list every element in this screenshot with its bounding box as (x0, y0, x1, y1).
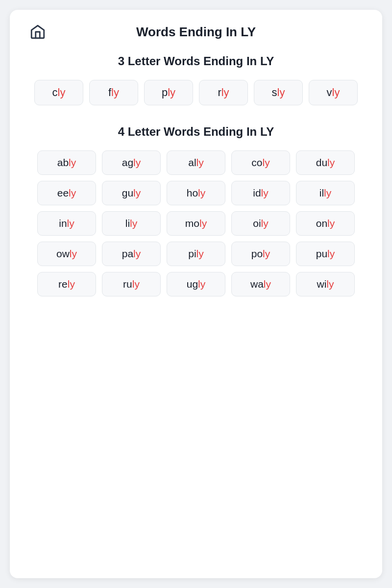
word-card[interactable]: pily (167, 242, 225, 266)
word-prefix: pi (188, 248, 196, 259)
sections-container: 3 Letter Words Ending In LYclyflyplyrlys… (29, 54, 363, 296)
word-card[interactable]: ally (167, 150, 225, 175)
section-title-4-letter: 4 Letter Words Ending In LY (29, 125, 363, 139)
word-card[interactable]: illy (296, 181, 355, 205)
words-grid-4-letter: ablyaglyallycolydulyeelygulyholyidlyilly… (29, 150, 363, 296)
word-card[interactable]: coly (231, 150, 290, 175)
word-suffix: ly (69, 187, 76, 198)
word-prefix: du (316, 157, 327, 168)
word-suffix: ly (332, 86, 340, 98)
section-title-3-letter: 3 Letter Words Ending In LY (29, 54, 363, 68)
word-card[interactable]: rely (37, 272, 96, 296)
word-prefix: p (162, 86, 168, 98)
word-suffix: ly (261, 218, 269, 229)
word-card[interactable]: ugly (167, 272, 225, 296)
word-suffix: ly (199, 218, 207, 229)
word-suffix: ly (327, 248, 335, 259)
word-prefix: pa (122, 248, 133, 259)
word-prefix: id (253, 187, 261, 198)
word-prefix: wi (317, 278, 326, 290)
word-prefix: ag (122, 157, 133, 168)
word-card[interactable]: ruly (102, 272, 161, 296)
word-prefix: ab (57, 157, 69, 168)
word-suffix: ly (327, 218, 335, 229)
section-3-letter: 3 Letter Words Ending In LYclyflyplyrlys… (29, 54, 363, 105)
word-card[interactable]: ply (144, 80, 193, 105)
word-card[interactable]: vly (309, 80, 358, 105)
word-suffix: ly (130, 218, 137, 229)
word-card[interactable]: ably (37, 150, 96, 175)
word-prefix: al (188, 157, 196, 168)
word-prefix: gu (122, 187, 133, 198)
word-suffix: ly (198, 278, 205, 290)
word-prefix: on (316, 218, 327, 229)
word-prefix: in (59, 218, 67, 229)
word-card[interactable]: idly (231, 181, 290, 205)
word-card[interactable]: inly (37, 211, 96, 236)
word-card[interactable]: holy (167, 181, 225, 205)
word-prefix: ee (57, 187, 69, 198)
section-4-letter: 4 Letter Words Ending In LYablyaglyallyc… (29, 125, 363, 296)
word-suffix: ly (261, 187, 269, 198)
words-grid-3-letter: clyflyplyrlyslyvly (29, 80, 363, 105)
word-card[interactable]: duly (296, 150, 355, 175)
word-card[interactable]: lily (102, 211, 161, 236)
word-prefix: ow (56, 248, 70, 259)
word-prefix: pu (316, 248, 327, 259)
word-prefix: ru (123, 278, 132, 290)
word-card[interactable]: poly (231, 242, 290, 266)
word-prefix: r (218, 86, 221, 98)
word-card[interactable]: wily (296, 272, 355, 296)
word-suffix: ly (324, 187, 331, 198)
word-prefix: mo (185, 218, 199, 229)
word-suffix: ly (133, 248, 141, 259)
word-suffix: ly (133, 157, 141, 168)
word-prefix: oi (253, 218, 261, 229)
word-prefix: ho (187, 187, 198, 198)
word-suffix: ly (70, 248, 77, 259)
word-card[interactable]: only (296, 211, 355, 236)
word-card[interactable]: eely (37, 181, 96, 205)
word-suffix: ly (168, 86, 175, 98)
word-prefix: po (251, 248, 263, 259)
word-card[interactable]: moly (167, 211, 225, 236)
word-card[interactable]: owly (37, 242, 96, 266)
word-suffix: ly (111, 86, 119, 98)
word-prefix: re (58, 278, 68, 290)
word-card[interactable]: puly (296, 242, 355, 266)
word-suffix: ly (133, 187, 141, 198)
word-suffix: ly (277, 86, 285, 98)
word-prefix: s (272, 86, 277, 98)
word-suffix: ly (132, 278, 140, 290)
home-icon[interactable] (29, 24, 47, 41)
word-card[interactable]: cly (34, 80, 83, 105)
word-suffix: ly (196, 157, 204, 168)
word-suffix: ly (68, 278, 75, 290)
word-prefix: co (251, 157, 262, 168)
word-suffix: ly (198, 187, 205, 198)
word-suffix: ly (326, 278, 334, 290)
word-card[interactable]: guly (102, 181, 161, 205)
word-suffix: ly (264, 278, 271, 290)
page-title: Words Ending In LY (136, 24, 256, 40)
word-prefix: wa (250, 278, 264, 290)
word-suffix: ly (67, 218, 74, 229)
word-suffix: ly (221, 86, 229, 98)
word-card[interactable]: fly (89, 80, 138, 105)
word-card[interactable]: agly (102, 150, 161, 175)
word-card[interactable]: waly (231, 272, 290, 296)
word-card[interactable]: sly (254, 80, 303, 105)
word-suffix: ly (58, 86, 66, 98)
page-container: Words Ending In LY 3 Letter Words Ending… (10, 10, 382, 578)
word-card[interactable]: paly (102, 242, 161, 266)
word-prefix: ug (187, 278, 198, 290)
word-card[interactable]: oily (231, 211, 290, 236)
word-prefix: il (319, 187, 324, 198)
word-prefix: li (125, 218, 130, 229)
header: Words Ending In LY (29, 24, 363, 40)
word-suffix: ly (263, 157, 270, 168)
word-card[interactable]: rly (199, 80, 248, 105)
word-suffix: ly (69, 157, 76, 168)
word-suffix: ly (263, 248, 270, 259)
word-prefix: v (327, 86, 332, 98)
